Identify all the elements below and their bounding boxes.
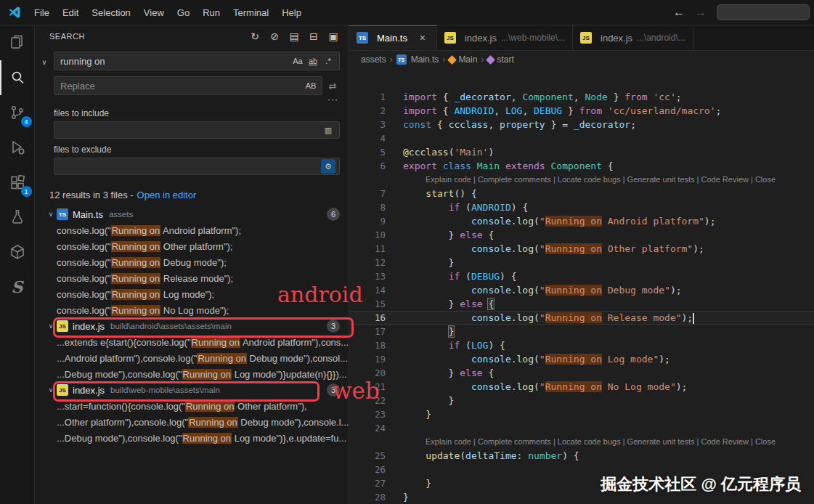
code-line[interactable]: 19 console.log("Running on Log mode");	[349, 352, 814, 366]
search-result-row[interactable]: ...Debug mode"),console.log("Running on …	[35, 430, 349, 446]
tab-index.js[interactable]: JSindex.js...\android\...	[573, 25, 693, 50]
search-result-row[interactable]: console.log("Running on Android platform…	[35, 222, 349, 238]
line-number[interactable]: 2	[349, 104, 386, 118]
code-line[interactable]: 18 if (LOG) {	[349, 338, 814, 352]
line-number[interactable]: 3	[349, 118, 386, 131]
view-as-tree-icon[interactable]: ▣	[325, 28, 341, 44]
search-result-row[interactable]: console.log("Running on Other platform")…	[35, 238, 349, 254]
menu-file[interactable]: File	[28, 4, 56, 21]
open-in-editor-link[interactable]: Open in editor	[137, 190, 197, 200]
code-line[interactable]: 11 console.log("Running on Other platfor…	[349, 242, 814, 256]
menu-edit[interactable]: Edit	[56, 4, 85, 21]
preserve-case-icon[interactable]: AB	[304, 78, 318, 93]
files-to-include-input[interactable]	[54, 121, 340, 139]
line-number[interactable]: 18	[349, 338, 386, 352]
code-line[interactable]: 20 } else {	[349, 366, 814, 380]
search-icon[interactable]	[0, 60, 35, 95]
tab-index.js[interactable]: JSindex.js...\web-mobile\...	[437, 25, 573, 50]
menu-selection[interactable]: Selection	[85, 4, 137, 21]
run-debug-icon[interactable]	[0, 130, 35, 165]
line-number[interactable]: 6	[349, 159, 386, 173]
line-number[interactable]: 25	[349, 449, 386, 463]
s-extension-icon[interactable]: S	[0, 269, 35, 304]
refresh-icon[interactable]: ↻	[247, 28, 263, 44]
search-result-row[interactable]: ...extends e{start(){console.log("Runnin…	[35, 334, 349, 350]
line-number[interactable]: 4	[349, 131, 386, 145]
search-result-row[interactable]: ...start=function(){console.log("Running…	[35, 398, 349, 414]
back-arrow-icon[interactable]: ←	[673, 7, 685, 18]
code-line[interactable]: 4	[349, 131, 814, 145]
menu-view[interactable]: View	[137, 4, 171, 21]
line-number[interactable]: 12	[349, 256, 386, 269]
code-line[interactable]: 21 console.log("Running on No Log mode")…	[349, 380, 814, 394]
forward-arrow-icon[interactable]: →	[695, 7, 707, 18]
command-center[interactable]	[717, 4, 810, 20]
code-line[interactable]: 12 }	[349, 256, 814, 269]
whole-word-icon[interactable]: ab	[306, 54, 320, 68]
code-line[interactable]: 10 } else {	[349, 228, 814, 242]
tab-main.ts[interactable]: TSMain.ts×	[349, 25, 437, 50]
code-line[interactable]: 1import { _decorator, Component, Node } …	[349, 90, 814, 104]
line-number[interactable]: 26	[349, 463, 386, 476]
breadcrumb-main.ts[interactable]: TSMain.ts	[396, 54, 439, 65]
result-file-row[interactable]: ∨JSindex.jsbuild\web-mobile\assets\main3	[35, 382, 349, 398]
code-line[interactable]: 3const { ccclass, property } = _decorato…	[349, 118, 814, 131]
cube-extension-icon[interactable]	[0, 235, 35, 269]
code-line[interactable]: 17 }	[349, 325, 814, 338]
replace-all-icon[interactable]: ⇄	[325, 78, 340, 93]
code-line[interactable]: 24	[349, 421, 814, 435]
code-line[interactable]: 6export class Main extends Component {	[349, 159, 814, 173]
testing-icon[interactable]	[0, 200, 35, 235]
line-number[interactable]: 27	[349, 476, 386, 490]
line-number[interactable]: 19	[349, 352, 386, 366]
search-details-toggle-icon[interactable]: ···	[54, 96, 338, 105]
breadcrumb-main[interactable]: Main	[449, 54, 477, 65]
search-result-row[interactable]: console.log("Running on Debug mode");	[35, 254, 349, 270]
line-number[interactable]: 28	[349, 490, 386, 504]
code-line[interactable]: 15 } else {	[349, 297, 814, 311]
ai-codelens-actions[interactable]: Explain code | Complete comments | Locat…	[426, 173, 776, 187]
line-number[interactable]: 9	[349, 214, 386, 228]
search-result-row[interactable]: ...Other platform"),console.log("Running…	[35, 414, 349, 430]
code-line[interactable]: 8 if (ANDROID) {	[349, 200, 814, 214]
code-line[interactable]: 16 console.log("Running on Release mode"…	[349, 311, 814, 325]
line-number[interactable]: 1	[349, 90, 386, 104]
code-line[interactable]: 22 }	[349, 394, 814, 407]
open-editors-only-icon[interactable]: ▥	[321, 123, 335, 137]
extensions-icon[interactable]: 1	[0, 165, 35, 200]
code-line[interactable]: 23 }	[349, 407, 814, 421]
menu-help[interactable]: Help	[275, 4, 308, 21]
line-number[interactable]: 17	[349, 325, 386, 338]
code-line[interactable]: 14 console.log("Running on Debug mode");	[349, 283, 814, 297]
toggle-replace-chevron-icon[interactable]: ∨	[38, 56, 50, 68]
search-result-row[interactable]: ...Android platform"),console.log("Runni…	[35, 350, 349, 366]
match-case-icon[interactable]: Aa	[290, 54, 305, 68]
code-line[interactable]: 25 update(deltaTime: number) {	[349, 449, 814, 463]
result-file-row[interactable]: ∨JSindex.jsbuild\android\assets\assets\m…	[35, 318, 349, 334]
collapse-all-icon[interactable]: ⊟	[306, 28, 322, 44]
explorer-icon[interactable]	[0, 25, 35, 60]
line-number[interactable]: 24	[349, 421, 386, 435]
line-number[interactable]: 7	[349, 187, 386, 200]
line-number[interactable]: 23	[349, 407, 386, 421]
breadcrumb-start[interactable]: start	[487, 54, 513, 65]
code-line[interactable]: 9 console.log("Running on Android platfo…	[349, 214, 814, 228]
ai-codelens-actions[interactable]: Explain code | Complete comments | Locat…	[426, 435, 776, 449]
menu-terminal[interactable]: Terminal	[227, 4, 275, 21]
line-number[interactable]: 11	[349, 242, 386, 256]
code-line[interactable]: 7 start() {	[349, 187, 814, 200]
result-file-row[interactable]: ∨TSMain.tsassets6	[35, 206, 349, 222]
new-search-editor-icon[interactable]: ▤	[286, 28, 302, 44]
line-number[interactable]: 8	[349, 200, 386, 214]
line-number[interactable]: 5	[349, 145, 386, 159]
code-line[interactable]: 5@ccclass('Main')	[349, 145, 814, 159]
line-number[interactable]: 10	[349, 228, 386, 242]
files-to-exclude-input[interactable]	[54, 158, 340, 175]
code-line[interactable]: 2import { ANDROID, LOG, DEBUG } from 'cc…	[349, 104, 814, 118]
menu-run[interactable]: Run	[196, 4, 227, 21]
code-line[interactable]: 13 if (DEBUG) {	[349, 269, 814, 283]
line-number[interactable]: 16	[349, 311, 386, 325]
regex-icon[interactable]: .*	[321, 54, 335, 68]
clear-results-icon[interactable]: ⊘	[266, 28, 282, 44]
search-result-row[interactable]: ...Debug mode"),console.log("Running on …	[35, 366, 349, 382]
